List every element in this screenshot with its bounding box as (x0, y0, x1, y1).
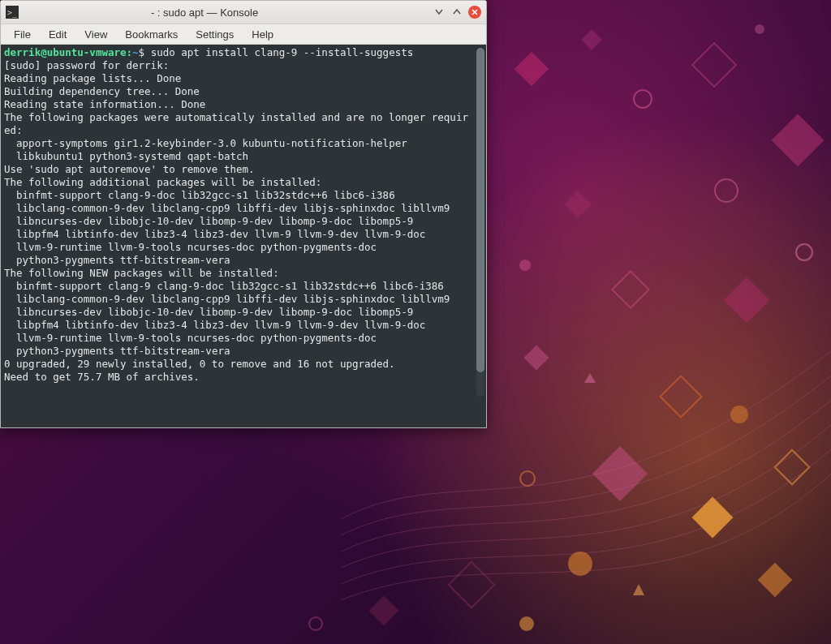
terminal-line: binfmt-support clang-9-doc lib32gcc-s1 l… (4, 189, 395, 201)
menu-file[interactable]: File (6, 27, 39, 42)
window-title: - : sudo apt — Konsole (25, 6, 433, 19)
menu-help[interactable]: Help (243, 27, 282, 42)
terminal-line: The following additional packages will b… (4, 176, 321, 188)
minimize-button[interactable] (433, 6, 446, 19)
terminal-line: python3-pygments ttf-bitstream-vera (4, 254, 230, 266)
menu-settings[interactable]: Settings (187, 27, 242, 42)
terminal-line: llvm-9-runtime llvm-9-tools ncurses-doc … (4, 241, 377, 253)
close-button[interactable] (468, 6, 481, 19)
terminal-line: libkubuntu1 python3-systemd qapt-batch (4, 150, 248, 162)
terminal-line: libclang-common-9-dev libclang-cpp9 libf… (4, 293, 450, 305)
terminal-viewport[interactable]: derrik@ubuntu-vmware:~$ sudo apt install… (1, 45, 486, 427)
terminal-line: binfmt-support clang-9 clang-9-doc lib32… (4, 280, 444, 292)
terminal-line: Use 'sudo apt autoremove' to remove them… (4, 163, 255, 175)
menu-bookmarks[interactable]: Bookmarks (117, 27, 186, 42)
menu-edit[interactable]: Edit (41, 27, 75, 42)
terminal-line: ed: (4, 124, 23, 136)
terminal-line: Reading state information... Done (4, 98, 205, 110)
terminal-line: libncurses-dev libobjc-10-dev libomp-9-d… (4, 215, 413, 227)
terminal-line: libclang-common-9-dev libclang-cpp9 libf… (4, 202, 450, 214)
terminal-scrollbar[interactable] (476, 48, 484, 397)
terminal-line: The following packages were automaticall… (4, 111, 468, 123)
entered-command: sudo apt install clang-9 --install-sugge… (151, 46, 414, 58)
terminal-line: [sudo] password for derrik: (4, 59, 169, 71)
menu-view[interactable]: View (76, 27, 115, 42)
terminal-line: Reading package lists... Done (4, 72, 181, 84)
terminal-line: 0 upgraded, 29 newly installed, 0 to rem… (4, 358, 395, 370)
terminal-line: libpfm4 libtinfo-dev libz3-4 libz3-dev l… (4, 319, 425, 331)
konsole-app-icon: >_ (6, 6, 19, 19)
prompt-path: ~ (132, 46, 139, 58)
maximize-button[interactable] (450, 6, 463, 19)
terminal-line: Need to get 75.7 MB of archives. (4, 371, 200, 383)
konsole-window: >_ - : sudo apt — Konsole File Edit View… (0, 0, 487, 428)
prompt-symbol: $ (139, 46, 145, 58)
scrollbar-thumb[interactable] (476, 48, 484, 372)
terminal-line: Building dependency tree... Done (4, 85, 200, 97)
titlebar[interactable]: >_ - : sudo apt — Konsole (1, 1, 486, 24)
terminal-line: python3-pygments ttf-bitstream-vera (4, 345, 230, 357)
terminal-line: apport-symptoms gir1.2-keybinder-3.0 kub… (4, 137, 407, 149)
terminal-line: The following NEW packages will be insta… (4, 267, 279, 279)
terminal-line: libpfm4 libtinfo-dev libz3-4 libz3-dev l… (4, 228, 425, 240)
menubar: File Edit View Bookmarks Settings Help (1, 24, 486, 45)
prompt-userhost: derrik@ubuntu-vmware (4, 46, 127, 58)
terminal-line: libncurses-dev libobjc-10-dev libomp-9-d… (4, 306, 413, 318)
terminal-line: llvm-9-runtime llvm-9-tools ncurses-doc … (4, 332, 377, 344)
